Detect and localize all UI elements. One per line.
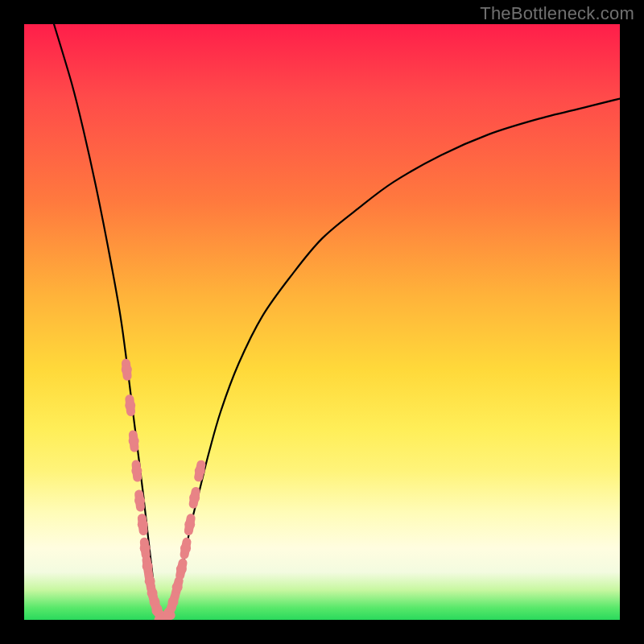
- marker-dot: [140, 543, 151, 554]
- marker-dot: [184, 519, 195, 530]
- marker-cluster: [122, 363, 205, 620]
- marker-dot: [134, 496, 145, 506]
- marker-dot: [180, 543, 191, 554]
- marker-dot: [195, 466, 205, 477]
- marker-dot: [129, 436, 139, 447]
- marker-dot: [172, 582, 183, 592]
- plot-area: [24, 24, 620, 620]
- watermark-text: TheBottleneck.com: [480, 3, 634, 24]
- marker-dot: [168, 597, 179, 607]
- marker-dot: [122, 365, 132, 375]
- marker-dot: [189, 493, 200, 503]
- marker-dot: [125, 400, 135, 411]
- marker-dot: [176, 564, 187, 575]
- marker-dot: [131, 466, 142, 477]
- marker-dot: [142, 561, 153, 572]
- marker-dot: [138, 519, 148, 530]
- curve-svg: [24, 24, 620, 620]
- chart-frame: TheBottleneck.com: [0, 0, 644, 644]
